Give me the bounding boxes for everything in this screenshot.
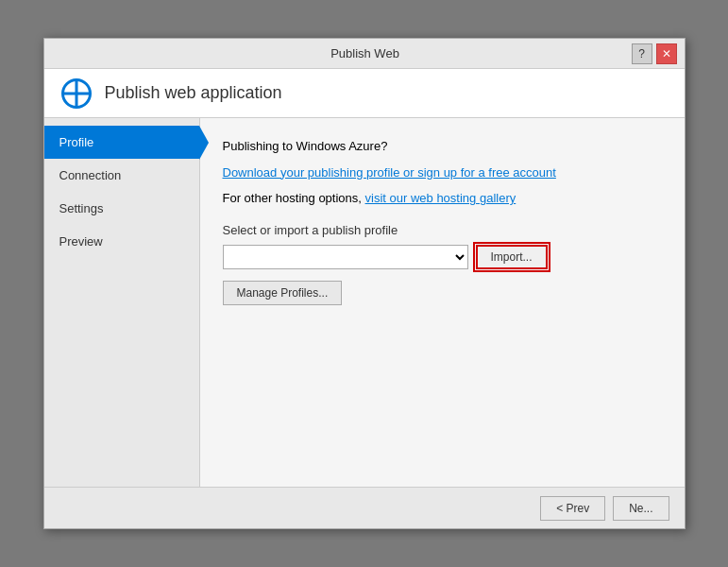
title-bar: Publish Web ? ✕ [44,39,685,69]
globe-icon-container [59,77,93,111]
azure-question-line: Publishing to Windows Azure? [223,137,662,156]
sidebar-preview-label: Preview [59,234,103,249]
other-hosting-line: For other hosting options, visit our web… [223,189,662,208]
content-area: Publishing to Windows Azure? Download yo… [200,118,685,487]
sidebar-connection-label: Connection [59,168,122,182]
import-button[interactable]: Import... [476,245,548,269]
web-hosting-link[interactable]: visit our web hosting gallery [365,191,516,205]
main-content: Profile Connection Settings Preview Publ… [44,118,685,487]
sidebar-item-profile[interactable]: Profile [44,126,199,159]
azure-question-text: Publishing to Windows Azure? [223,139,388,153]
close-button[interactable]: ✕ [656,43,677,64]
azure-link-line: Download your publishing profile or sign… [223,163,662,182]
azure-profile-link[interactable]: Download your publishing profile or sign… [223,165,556,180]
dialog-title: Publish web application [105,83,282,103]
sidebar-item-connection[interactable]: Connection [44,159,199,192]
other-hosting-prefix: For other hosting options, [223,191,365,205]
publish-web-dialog: Publish Web ? ✕ Publish web application … [43,38,686,529]
sidebar-item-preview[interactable]: Preview [44,225,199,258]
globe-icon [61,78,92,109]
sidebar-profile-label: Profile [59,135,94,149]
header-bar: Publish web application [44,69,685,118]
window-title: Publish Web [330,46,399,60]
title-bar-controls: ? ✕ [632,43,677,64]
next-button[interactable]: Ne... [613,496,669,521]
sidebar-item-settings[interactable]: Settings [44,192,199,225]
footer-bar: < Prev Ne... [44,487,685,528]
profile-select-dropdown[interactable] [223,245,468,269]
manage-profiles-button[interactable]: Manage Profiles... [223,281,343,305]
sidebar-settings-label: Settings [59,201,104,215]
profile-select-row: Import... [223,245,662,269]
manage-profiles-row: Manage Profiles... [223,281,662,305]
select-label: Select or import a publish profile [223,223,662,237]
prev-button[interactable]: < Prev [540,496,605,521]
help-button[interactable]: ? [632,43,652,64]
sidebar: Profile Connection Settings Preview [44,118,200,487]
title-bar-center: Publish Web [99,46,632,60]
